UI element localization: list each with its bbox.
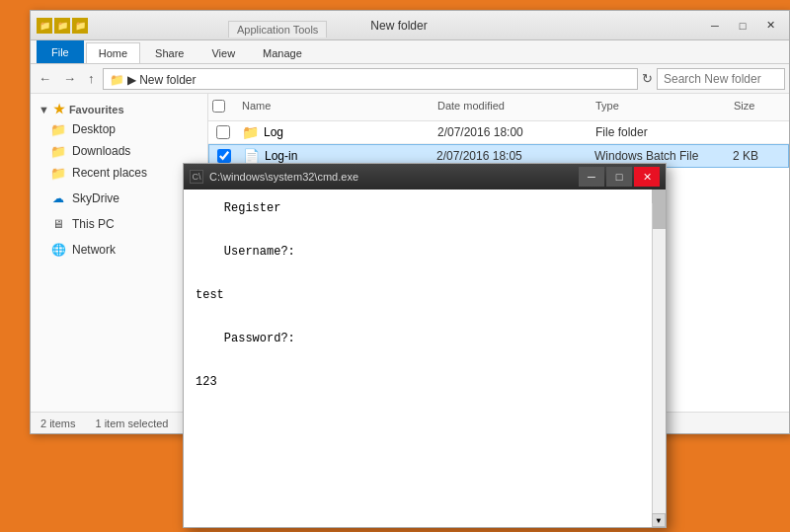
cmd-maximize-button[interactable]: □	[606, 167, 632, 187]
cmd-titlebar: C\ C:\windows\system32\cmd.exe ─ □ ✕	[184, 164, 666, 190]
cmd-body: Register Username?: test Password?: 123 …	[184, 190, 666, 527]
table-row[interactable]: 📁 Log 2/07/2016 18:00 File folder	[208, 121, 789, 144]
cmd-line-blank3	[196, 308, 654, 326]
cmd-text-register: Register	[196, 201, 280, 215]
network-icon: 🌐	[50, 242, 66, 258]
sidebar-item-recent-label: Recent places	[72, 166, 147, 180]
cmd-scrollbar-thumb[interactable]	[653, 190, 666, 229]
sidebar-item-desktop-label: Desktop	[72, 122, 116, 136]
cmd-text-username: Username?:	[196, 245, 295, 259]
col-date[interactable]: Date modified	[434, 98, 592, 116]
sidebar-skydrive-label: SkyDrive	[72, 191, 119, 205]
cmd-line-123: 123	[196, 373, 654, 391]
explorer-minimize-button[interactable]: ─	[702, 15, 728, 37]
cmd-window-controls: ─ □ ✕	[579, 167, 660, 187]
file-checkbox-log[interactable]	[216, 125, 230, 139]
cmd-icon: C\	[190, 170, 203, 184]
skydrive-icon: ☁	[50, 190, 66, 206]
search-input[interactable]	[657, 68, 785, 90]
sidebar-group-network: 🌐 Network	[31, 239, 207, 261]
file-name-log: Log	[264, 125, 283, 139]
sidebar-item-thispc[interactable]: 🖥 This PC	[31, 213, 207, 235]
file-size-login: 2 KB	[729, 149, 788, 163]
chevron-icon: ▼	[39, 104, 49, 115]
file-name-login: Log-in	[265, 149, 297, 163]
folder-icon-2: 📁	[54, 18, 70, 34]
folder-file-icon: 📁	[242, 124, 258, 140]
titlebar-folder-icons: 📁 📁 📁	[37, 18, 88, 34]
sidebar-favourites-label: Favourites	[69, 104, 124, 115]
file-list-header: Name Date modified Type Size	[208, 94, 789, 121]
cmd-line-blank2	[196, 265, 654, 282]
cmd-close-button[interactable]: ✕	[634, 167, 660, 187]
sidebar-item-downloads[interactable]: 📁 Downloads	[31, 140, 207, 162]
sidebar-header-favourites[interactable]: ▼ ★ Favourites	[31, 100, 207, 118]
up-button[interactable]: ↑	[84, 69, 99, 88]
sidebar-item-downloads-label: Downloads	[72, 144, 130, 158]
cmd-line-blank1	[196, 221, 654, 239]
tab-manage[interactable]: Manage	[250, 42, 315, 63]
cmd-title: C:\windows\system32\cmd.exe	[209, 171, 579, 183]
recent-folder-icon: 📁	[50, 165, 66, 181]
sidebar-group-thispc: 🖥 This PC	[31, 213, 207, 235]
col-checkbox	[208, 98, 238, 116]
tab-view[interactable]: View	[198, 42, 248, 63]
col-size[interactable]: Size	[730, 98, 789, 116]
desktop-folder-icon: 📁	[50, 121, 66, 137]
cmd-text-password: Password?:	[196, 332, 295, 345]
sidebar-item-desktop[interactable]: 📁 Desktop	[31, 118, 207, 140]
status-selected-count: 1 item selected	[95, 418, 168, 429]
sidebar-thispc-label: This PC	[72, 217, 115, 231]
file-type-login: Windows Batch File	[591, 149, 729, 163]
back-button[interactable]: ←	[35, 69, 55, 88]
tab-share[interactable]: Share	[142, 42, 197, 63]
cmd-line-password: Password?:	[196, 330, 654, 347]
cmd-text-123: 123	[196, 375, 217, 389]
cmd-line-register: Register	[196, 199, 654, 217]
explorer-title: New folder	[96, 19, 702, 33]
address-bar: ← → ↑ 📁 ▶ New folder ↻	[31, 64, 789, 94]
ribbon: File Home Share View Manage	[31, 40, 789, 64]
file-type-log: File folder	[592, 125, 730, 139]
sidebar-item-recent[interactable]: 📁 Recent places	[31, 162, 207, 184]
file-name-cell-log: 📁 Log	[238, 124, 434, 140]
breadcrumb-icon: 📁	[110, 73, 124, 87]
status-item-count: 2 items	[40, 418, 75, 429]
tab-file[interactable]: File	[37, 40, 84, 63]
cmd-scroll-down-button[interactable]: ▼	[652, 513, 666, 527]
address-path[interactable]: 📁 ▶ New folder	[103, 68, 639, 90]
tab-home[interactable]: Home	[86, 42, 140, 63]
select-all-checkbox[interactable]	[212, 100, 225, 113]
pc-icon: 🖥	[50, 216, 66, 232]
breadcrumb-text: ▶ New folder	[127, 73, 197, 87]
star-icon: ★	[53, 102, 65, 116]
cmd-window: C\ C:\windows\system32\cmd.exe ─ □ ✕ Reg…	[183, 163, 667, 528]
sidebar-item-skydrive[interactable]: ☁ SkyDrive	[31, 188, 207, 209]
downloads-folder-icon: 📁	[50, 143, 66, 159]
file-checkbox-login[interactable]	[217, 149, 231, 163]
sidebar-group-skydrive: ☁ SkyDrive	[31, 188, 207, 209]
forward-button[interactable]: →	[59, 69, 80, 88]
app-tools-label: Application Tools	[228, 21, 327, 38]
explorer-close-button[interactable]: ✕	[757, 15, 783, 37]
file-date-login: 2/07/2016 18:05	[433, 149, 591, 163]
ribbon-tabs: File Home Share View Manage	[31, 40, 789, 63]
sidebar: ▼ ★ Favourites 📁 Desktop 📁 Downloads 📁 R…	[31, 94, 208, 412]
sidebar-group-favourites: ▼ ★ Favourites 📁 Desktop 📁 Downloads 📁 R…	[31, 100, 207, 184]
explorer-maximize-button[interactable]: □	[730, 15, 755, 37]
sidebar-network-label: Network	[72, 243, 116, 257]
cmd-scrollbar[interactable]: ▲ ▼	[652, 190, 666, 527]
cmd-minimize-button[interactable]: ─	[579, 167, 604, 187]
cmd-text-test: test	[196, 288, 224, 302]
batch-file-icon: 📄	[243, 148, 259, 164]
cmd-line-test: test	[196, 286, 654, 304]
cmd-line-username: Username?:	[196, 243, 654, 261]
folder-icon-3: 📁	[72, 18, 88, 34]
folder-icon-1: 📁	[37, 18, 52, 34]
refresh-button[interactable]: ↻	[642, 71, 653, 86]
col-name[interactable]: Name	[238, 98, 434, 116]
file-name-cell-login: 📄 Log-in	[239, 148, 433, 164]
explorer-titlebar: 📁 📁 📁 New folder ─ □ ✕	[31, 11, 789, 40]
sidebar-item-network[interactable]: 🌐 Network	[31, 239, 207, 261]
col-type[interactable]: Type	[592, 98, 730, 116]
